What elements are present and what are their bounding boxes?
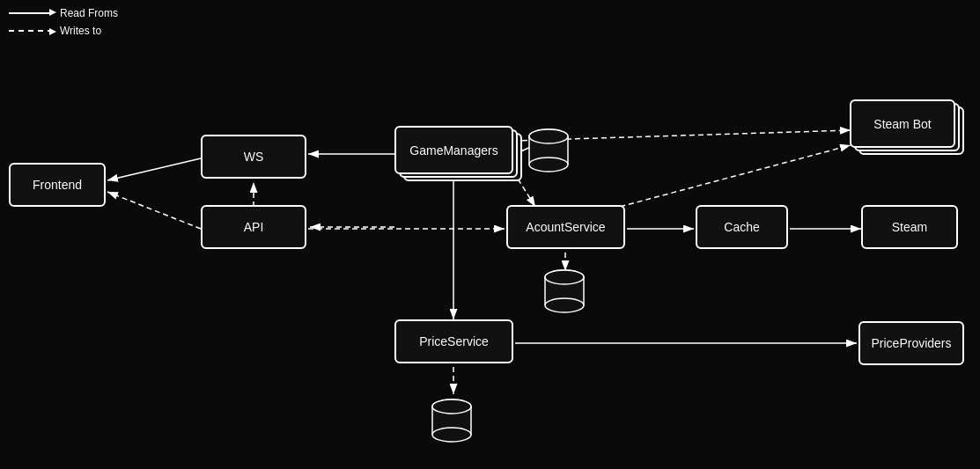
svg-point-35 <box>432 399 471 414</box>
legend-solid: Read Froms <box>9 7 118 19</box>
svg-line-3 <box>107 192 201 229</box>
dashed-label: Writes to <box>60 25 101 37</box>
ws-node: WS <box>201 135 306 179</box>
frontend-node: Frontend <box>9 163 106 207</box>
db-account-icon <box>542 267 586 315</box>
solid-label: Read Froms <box>60 7 118 19</box>
dashed-line-icon <box>9 30 53 32</box>
arrows-svg: WS (dashed, upward) --> WS (solid, left)… <box>0 0 980 469</box>
db-game-icon <box>527 126 571 174</box>
price-providers-node: PriceProviders <box>858 321 964 365</box>
cache-node: Cache <box>696 205 788 249</box>
svg-point-22 <box>529 158 568 172</box>
account-service-node: AcountService <box>506 205 625 249</box>
svg-point-29 <box>545 270 584 284</box>
db-price-icon <box>430 396 474 444</box>
svg-point-23 <box>529 129 568 143</box>
steam-node: Steam <box>861 205 958 249</box>
svg-line-17 <box>603 145 851 211</box>
api-node: API <box>201 205 306 249</box>
legend-dashed: Writes to <box>9 25 118 37</box>
solid-line-icon <box>9 12 53 14</box>
svg-point-34 <box>432 428 471 442</box>
legend: Read Froms Writes to <box>9 7 118 42</box>
svg-point-28 <box>545 298 584 312</box>
svg-line-2 <box>107 158 201 180</box>
price-service-node: PriceService <box>394 319 513 363</box>
diagram-container: Read Froms Writes to WS (dashed, upward)… <box>0 0 980 469</box>
